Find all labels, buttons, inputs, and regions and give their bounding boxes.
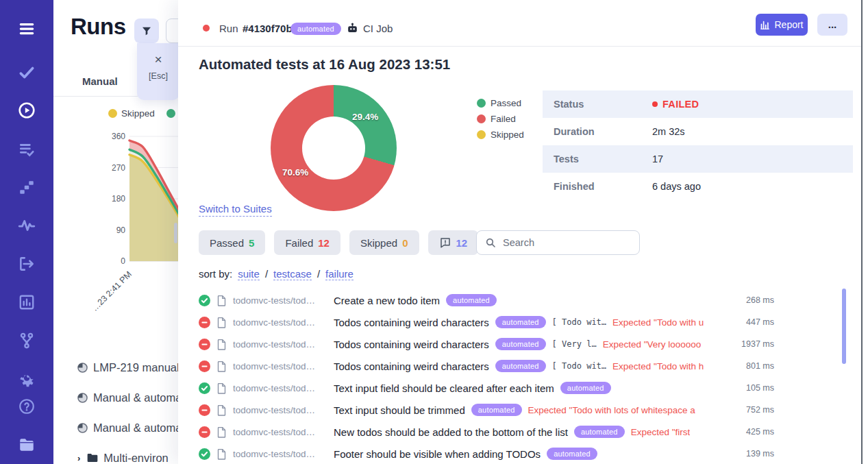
- run-list-item[interactable]: Manual & automa: [77, 417, 178, 438]
- sign-in-icon[interactable]: [17, 254, 36, 273]
- activity-icon[interactable]: [17, 216, 36, 235]
- test-error-message[interactable]: Expected "first: [631, 427, 691, 437]
- tab-label: Skipped: [360, 237, 397, 249]
- search-input[interactable]: [476, 230, 640, 255]
- tab-passed[interactable]: Passed5: [199, 230, 265, 255]
- legend-dot: [477, 130, 486, 139]
- background-scrollbar[interactable]: [174, 223, 177, 243]
- test-title[interactable]: Todos containing weird characters: [334, 361, 489, 372]
- sort-by-label: sort by:: [199, 268, 232, 280]
- tab-failed[interactable]: Failed12: [274, 230, 340, 255]
- file-icon: [216, 404, 227, 416]
- ci-job-label[interactable]: CI Job: [363, 23, 393, 34]
- test-row[interactable]: todomvc-tests/tod… New todos should be a…: [199, 421, 774, 443]
- legend-item[interactable]: Skipped: [108, 108, 155, 119]
- sort-link-suite[interactable]: suite: [238, 268, 260, 280]
- filter-button[interactable]: [134, 19, 159, 43]
- more-button[interactable]: ...: [817, 14, 847, 36]
- test-title[interactable]: Footer should be visible when adding TOD…: [334, 448, 541, 460]
- test-title[interactable]: Text input should be trimmed: [334, 404, 465, 416]
- test-duration: 139 ms: [726, 449, 774, 459]
- test-list-scrollbar[interactable]: [842, 289, 846, 364]
- search-icon: [485, 237, 496, 248]
- test-title[interactable]: Todos containing weird characters: [334, 339, 489, 350]
- git-branch-icon[interactable]: [17, 331, 36, 350]
- passed-icon: [199, 382, 210, 394]
- automated-badge: automated: [495, 338, 546, 350]
- switch-to-suites-link[interactable]: Switch to Suites: [199, 203, 272, 217]
- test-row[interactable]: todomvc-tests/tod… Todos containing weir…: [199, 311, 774, 333]
- comment-icon: [439, 236, 451, 249]
- test-row[interactable]: todomvc-tests/tod… Create a new todo ite…: [199, 289, 774, 311]
- chevron-right-icon[interactable]: ›: [77, 453, 80, 463]
- legend-item[interactable]: Passed: [166, 108, 178, 119]
- stat-row: StatusFAILED: [543, 90, 853, 118]
- tab-label: Failed: [285, 237, 313, 249]
- file-icon: [216, 361, 227, 372]
- test-duration: 447 ms: [726, 317, 774, 327]
- run-status-dot: [203, 25, 210, 32]
- steps-icon[interactable]: [17, 178, 36, 197]
- trend-area-chart: 360270180900: [101, 130, 178, 267]
- legend-label: Skipped: [121, 108, 155, 119]
- tab-comments[interactable]: 12: [428, 230, 479, 255]
- tab-manual[interactable]: Manual: [82, 75, 118, 87]
- test-data-snippet: [ Very l…: [552, 339, 597, 349]
- test-error-message[interactable]: Expected "Very loooooo: [603, 339, 702, 350]
- funnel-icon: [141, 25, 152, 36]
- tab-skipped[interactable]: Skipped0: [349, 230, 419, 255]
- folder-icon[interactable]: [17, 435, 36, 454]
- test-row[interactable]: todomvc-tests/tod… Footer should be visi…: [199, 443, 774, 464]
- test-error-message[interactable]: Expected "Todo with lots of whitespace a: [528, 405, 695, 415]
- test-title[interactable]: New todos should be added to the bottom …: [334, 426, 568, 438]
- filter-popup: × [Esc]: [137, 43, 179, 100]
- legend-dot: [477, 99, 486, 108]
- legend-label: Failed: [491, 114, 516, 124]
- check-icon[interactable]: [17, 63, 36, 82]
- menu-icon[interactable]: [17, 19, 36, 38]
- legend-label: Passed: [491, 98, 521, 108]
- test-row[interactable]: todomvc-tests/tod… Text input should be …: [199, 399, 774, 421]
- test-title[interactable]: Text input field should be cleared after…: [334, 382, 554, 394]
- run-list-item[interactable]: LMP-219 manual te: [77, 357, 178, 378]
- test-duration: 752 ms: [726, 405, 774, 415]
- tab-count: 12: [318, 237, 330, 249]
- svg-text:270: 270: [112, 163, 125, 173]
- test-duration: 425 ms: [726, 427, 774, 437]
- donut-failed-pct: 70.6%: [282, 167, 308, 178]
- gear-icon[interactable]: [17, 369, 36, 389]
- stat-row: Finished6 days ago: [543, 173, 853, 200]
- runs-filter-input[interactable]: [166, 19, 178, 43]
- automated-badge: automated: [574, 426, 625, 438]
- report-button[interactable]: Report: [756, 14, 808, 36]
- results-donut-chart: [271, 85, 397, 211]
- bar-chart-icon[interactable]: [17, 293, 36, 312]
- search-box: [476, 230, 640, 255]
- legend-label: Skipped: [491, 130, 524, 140]
- test-suite-path: todomvc-tests/tod…: [233, 449, 327, 459]
- test-row[interactable]: todomvc-tests/tod… Todos containing weir…: [199, 355, 774, 377]
- run-list-item[interactable]: ›Multi-environ: [77, 448, 169, 464]
- test-error-message[interactable]: Expected "Todo with h: [612, 361, 704, 371]
- test-title[interactable]: Todos containing weird characters: [334, 317, 489, 328]
- run-list-item[interactable]: Manual & automa: [77, 387, 178, 408]
- play-circle-icon[interactable]: [17, 101, 36, 120]
- failed-icon: [199, 426, 210, 438]
- test-row[interactable]: todomvc-tests/tod… Text input field shou…: [199, 377, 774, 399]
- run-stats-table: StatusFAILEDDuration2m 32sTests17Finishe…: [543, 90, 853, 200]
- sort-link-failure[interactable]: failure: [325, 268, 354, 280]
- file-icon: [216, 426, 227, 438]
- task-list-icon[interactable]: [17, 140, 36, 159]
- sort-link-testcase[interactable]: testcase: [273, 268, 312, 280]
- close-icon[interactable]: ×: [154, 53, 162, 66]
- automated-badge: automated: [560, 382, 611, 394]
- test-row[interactable]: todomvc-tests/tod… Todos containing weir…: [199, 333, 774, 355]
- help-icon[interactable]: [17, 397, 36, 416]
- report-label: Report: [774, 19, 803, 30]
- test-title[interactable]: Create a new todo item: [334, 295, 440, 306]
- run-list-label: LMP-219 manual te: [93, 361, 178, 374]
- test-error-message[interactable]: Expected "Todo with u: [612, 317, 704, 328]
- test-data-snippet: [ Todo wit…: [552, 361, 606, 371]
- sort-separator: /: [265, 268, 268, 280]
- failed-icon: [199, 339, 210, 350]
